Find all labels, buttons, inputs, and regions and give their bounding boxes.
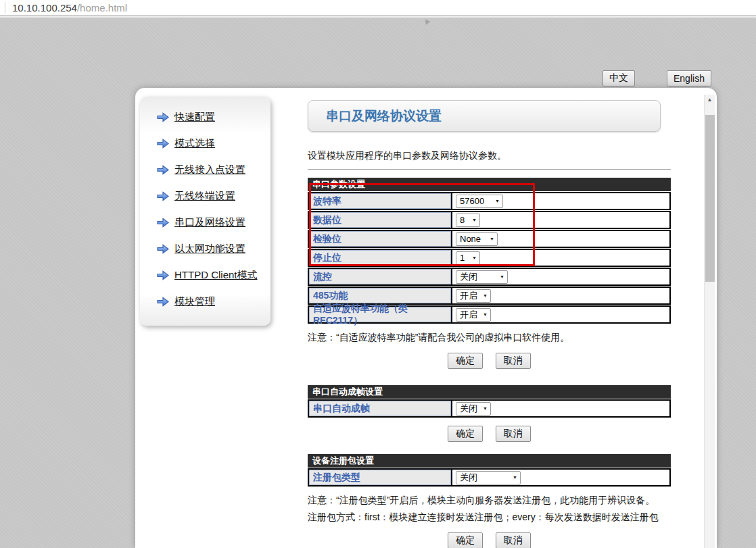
- param-label: 流控: [309, 269, 452, 284]
- select-value: None: [460, 234, 481, 244]
- sidebar-link[interactable]: HTTPD Client模式: [174, 269, 258, 282]
- param-value-cell: 57600 ▼: [452, 193, 669, 209]
- table-row: 流控 关闭 ▼: [308, 268, 671, 286]
- param-select[interactable]: 1 ▼: [456, 251, 480, 265]
- arrow-right-icon: [157, 244, 169, 254]
- param-label: 波特率: [309, 193, 452, 209]
- select-value: 开启: [460, 290, 477, 302]
- note-text: 注册包方式：first：模块建立连接时发送注册包；every：每次发送数据时发送…: [308, 512, 671, 524]
- sidebar-item[interactable]: 串口及网络设置: [157, 209, 270, 236]
- dropdown-caret-icon: ▼: [500, 274, 504, 279]
- settings-section: 串口参数设置 波特率 57600 ▼ 数据位 8 ▼ 检验位 None ▼: [308, 178, 671, 369]
- param-select[interactable]: 关闭 ▼: [456, 471, 521, 484]
- sidebar-link[interactable]: 模块管理: [174, 295, 215, 308]
- param-value-cell: 1 ▼: [452, 250, 669, 266]
- note-text: 注意：“注册包类型”开启后，模块主动向服务器发送注册包，此功能用于辨识设备。: [308, 495, 671, 507]
- param-label: 数据位: [309, 212, 452, 228]
- main-content: 串口及网络协议设置 设置模块应用程序的串口参数及网络协议参数。 串口参数设置 波…: [308, 100, 671, 548]
- param-label: 自适应波特率功能（类RFC2117）: [309, 307, 452, 322]
- settings-section: 串口自动成帧设置 串口自动成帧 关闭 ▼ 确定 取消: [308, 385, 671, 442]
- param-label: 注册包类型: [309, 470, 452, 485]
- arrow-right-icon: [157, 191, 169, 201]
- scrollbar[interactable]: ▲: [704, 95, 715, 548]
- note-text: 注意：“自适应波特率功能”请配合我公司的虚拟串口软件使用。: [308, 332, 671, 345]
- select-value: 关闭: [460, 403, 477, 415]
- arrow-right-icon: [157, 165, 169, 175]
- param-label: 停止位: [309, 250, 452, 266]
- sidebar-item[interactable]: 无线接入点设置: [157, 157, 270, 183]
- sidebar-link[interactable]: 以太网功能设置: [174, 243, 245, 255]
- table-row: 自适应波特率功能（类RFC2117） 开启 ▼: [308, 305, 671, 324]
- arrow-right-icon: [157, 139, 169, 149]
- param-select[interactable]: 关闭 ▼: [456, 270, 508, 284]
- chinese-language-button[interactable]: 中文: [603, 70, 635, 86]
- arrow-right-icon: [157, 218, 169, 228]
- param-value-cell: None ▼: [452, 231, 669, 247]
- ok-button[interactable]: 确定: [448, 426, 483, 442]
- arrow-right-icon: [157, 270, 169, 280]
- param-select[interactable]: None ▼: [456, 232, 498, 246]
- param-select[interactable]: 关闭 ▼: [456, 402, 491, 416]
- param-value-cell: 开启 ▼: [452, 307, 669, 322]
- sidebar-item[interactable]: HTTPD Client模式: [157, 262, 270, 289]
- cancel-button[interactable]: 取消: [496, 353, 531, 369]
- button-row: 确定 取消: [308, 426, 671, 442]
- settings-table: 串口自动成帧设置 串口自动成帧 关闭 ▼: [308, 385, 671, 418]
- cancel-button[interactable]: 取消: [496, 426, 531, 442]
- url-path: /home.html: [77, 2, 127, 14]
- ok-button[interactable]: 确定: [448, 532, 483, 548]
- param-value-cell: 关闭 ▼: [452, 401, 669, 416]
- dropdown-caret-icon: ▼: [495, 199, 500, 203]
- param-select[interactable]: 开启 ▼: [456, 289, 491, 303]
- table-row: 注册包类型 关闭 ▼: [308, 468, 671, 487]
- page-description: 设置模块应用程序的串口参数及网络协议参数。: [308, 150, 671, 163]
- table-row: 串口自动成帧 关闭 ▼: [308, 399, 671, 418]
- english-language-button[interactable]: English: [667, 70, 711, 86]
- settings-section: 设备注册包设置 注册包类型 关闭 ▼ 注意：“注册包类型”开启后，模块主动向服务…: [308, 454, 671, 548]
- param-label: 串口自动成帧: [309, 401, 452, 416]
- select-value: 1: [460, 253, 465, 263]
- dropdown-caret-icon: ▼: [483, 406, 488, 411]
- scroll-up-icon[interactable]: ▲: [705, 95, 715, 105]
- browser-url-bar[interactable]: 10.10.100.254/home.html: [0, 0, 756, 16]
- param-select[interactable]: 57600 ▼: [456, 195, 503, 208]
- dropdown-caret-icon: ▼: [472, 218, 477, 222]
- param-select[interactable]: 开启 ▼: [456, 308, 491, 322]
- select-value: 57600: [460, 196, 484, 206]
- select-value: 关闭: [460, 271, 477, 283]
- ok-button[interactable]: 确定: [448, 353, 483, 369]
- sidebar-item[interactable]: 快速配置: [157, 104, 270, 130]
- sidebar-item[interactable]: 模式选择: [157, 130, 270, 157]
- select-value: 8: [460, 215, 465, 225]
- url-text[interactable]: 10.10.100.254/home.html: [12, 2, 127, 14]
- table-header: 串口参数设置: [308, 178, 671, 191]
- select-value: 开启: [460, 309, 477, 321]
- sidebar-item[interactable]: 以太网功能设置: [157, 236, 270, 262]
- button-row: 确定 取消: [308, 532, 671, 548]
- button-row: 确定 取消: [308, 353, 671, 369]
- sidebar: 快速配置 模式选择 无线接入点设置 无线终端设置: [140, 97, 270, 326]
- param-value-cell: 8 ▼: [452, 212, 669, 228]
- settings-table: 设备注册包设置 注册包类型 关闭 ▼: [308, 454, 671, 487]
- table-row: 停止位 1 ▼: [308, 249, 671, 267]
- sidebar-link[interactable]: 无线接入点设置: [174, 164, 245, 176]
- table-header: 串口自动成帧设置: [308, 385, 671, 399]
- url-host: 10.10.100.254: [12, 2, 77, 14]
- sidebar-link[interactable]: 快速配置: [174, 111, 215, 124]
- dropdown-caret-icon: ▼: [483, 312, 488, 317]
- select-value: 关闭: [460, 472, 477, 484]
- page-title: 串口及网络协议设置: [308, 100, 661, 132]
- sidebar-item[interactable]: 无线终端设置: [157, 183, 270, 209]
- param-select[interactable]: 8 ▼: [456, 214, 480, 227]
- param-value-cell: 关闭 ▼: [452, 470, 669, 485]
- sidebar-link[interactable]: 串口及网络设置: [174, 216, 245, 229]
- dropdown-caret-icon: ▼: [513, 475, 517, 480]
- tab-separator: [5, 2, 5, 13]
- sidebar-item[interactable]: 模块管理: [157, 289, 270, 315]
- table-row: 数据位 8 ▼: [308, 211, 671, 229]
- scrollbar-thumb[interactable]: [705, 115, 715, 282]
- sidebar-link[interactable]: 无线终端设置: [174, 190, 235, 203]
- arrow-right-icon: [157, 112, 169, 122]
- sidebar-link[interactable]: 模式选择: [174, 137, 215, 150]
- cancel-button[interactable]: 取消: [496, 532, 531, 548]
